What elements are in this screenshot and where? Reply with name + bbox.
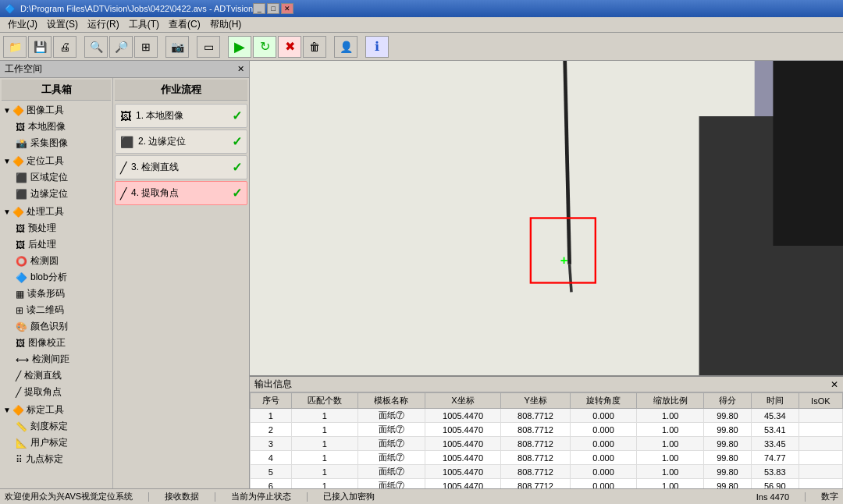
toolbox-group-process-header[interactable]: ▼ 🔶 处理工具 — [2, 204, 111, 220]
detect-circle-icon: ⭕ — [16, 256, 27, 267]
close-button[interactable]: ✕ — [281, 3, 293, 14]
toggle-icon: ▼ — [3, 106, 11, 115]
table-row[interactable]: 41面纸⑦1005.4470808.77120.0001.0099.8074.7… — [251, 451, 843, 465]
delete-button[interactable]: 🗑 — [303, 36, 326, 58]
toolbox-group-calib-header[interactable]: ▼ 🔶 标定工具 — [2, 402, 111, 418]
open-button[interactable]: 📁 — [3, 36, 27, 58]
table-cell: 99.80 — [703, 451, 751, 465]
info-button[interactable]: ℹ — [365, 36, 389, 58]
wf-step2-icon: ⬛ — [120, 136, 133, 148]
toolbox-group-locate-header[interactable]: ▼ 🔶 定位工具 — [2, 153, 111, 169]
status-welcome: 欢迎使用众为兴AVS视觉定位系统 — [5, 491, 133, 502]
table-cell: 1005.4470 — [425, 409, 501, 423]
table-row[interactable]: 51面纸⑦1005.4470808.77120.0001.0099.8053.8… — [251, 465, 843, 479]
table-cell: 1 — [291, 409, 358, 423]
scale-calib-icon: 📏 — [16, 421, 27, 432]
table-cell: 99.80 — [703, 465, 751, 479]
zoom-in-button[interactable]: 🔍 — [84, 36, 108, 58]
table-cell: 3 — [251, 437, 292, 451]
tool-edge-locate-label: 边缘定位 — [30, 187, 68, 201]
tool-detect-circle-label: 检测圆 — [30, 254, 59, 268]
toolbox: 工具箱 ▼ 🔶 图像工具 🖼 本地图像 📸 — [0, 78, 113, 488]
menu-tools[interactable]: 工具(T) — [124, 17, 164, 32]
group-icon-calib: 🔶 — [12, 405, 24, 416]
tool-pre-process[interactable]: 🖼 预处理 — [14, 220, 111, 236]
stop-button[interactable]: ✖ — [278, 36, 301, 58]
tool-qrcode[interactable]: ⊞ 读二维码 — [14, 302, 111, 318]
save-button[interactable]: 💾 — [28, 36, 52, 58]
menu-help[interactable]: 帮助(H) — [205, 17, 247, 32]
tool-area-locate[interactable]: ⬛ 区域定位 — [14, 169, 111, 186]
user-button[interactable]: 👤 — [334, 36, 357, 58]
workflow-step-2[interactable]: ⬛ 2. 边缘定位 ✓ — [115, 130, 247, 154]
tool-image-correct-label: 图像校正 — [28, 336, 66, 350]
camera-button[interactable]: 📷 — [165, 36, 189, 58]
tool-user-calib[interactable]: 📐 用户标定 — [14, 435, 111, 451]
workflow-step-4[interactable]: ╱ 4. 提取角点 ✓ — [115, 181, 247, 205]
wf-step4-icon: ╱ — [120, 187, 126, 200]
table-cell: 1005.4470 — [425, 465, 501, 479]
table-row[interactable]: 31面纸⑦1005.4470808.77120.0001.0099.8033.4… — [251, 437, 843, 451]
group-label-calib: 标定工具 — [27, 403, 64, 417]
run-button[interactable]: ▶ — [228, 36, 251, 58]
tool-detect-circle[interactable]: ⭕ 检测圆 — [14, 253, 111, 269]
local-image-icon: 🖼 — [16, 122, 25, 133]
col-rotate: 旋转角度 — [570, 393, 637, 409]
zoom-out-button[interactable]: 🔎 — [109, 36, 133, 58]
refresh-button[interactable]: ↻ — [253, 36, 276, 58]
tool-scale-calib[interactable]: 📏 刻度标定 — [14, 418, 111, 435]
table-row[interactable]: 61面纸⑦1005.4470808.77120.0001.0099.8056.9… — [251, 479, 843, 489]
col-time: 时间 — [751, 393, 799, 409]
table-row[interactable]: 11面纸⑦1005.4470808.77120.0001.0099.8045.3… — [251, 409, 843, 423]
tool-capture-image[interactable]: 📸 采集图像 — [14, 135, 111, 151]
tool-qrcode-label: 读二维码 — [27, 303, 64, 317]
table-cell: 33.45 — [751, 437, 799, 451]
tool-area-locate-label: 区域定位 — [30, 171, 68, 184]
menu-run[interactable]: 运行(R) — [83, 17, 124, 32]
table-cell: 56.90 — [751, 479, 799, 489]
tool-post-process[interactable]: 🖼 后处理 — [14, 236, 111, 253]
tool-image-correct[interactable]: 🖼 图像校正 — [14, 335, 111, 351]
tool-barcode[interactable]: ▦ 读条形码 — [14, 286, 111, 302]
tool-local-image[interactable]: 🖼 本地图像 — [14, 119, 111, 135]
rect-button[interactable]: ▭ — [197, 36, 220, 58]
left-panel: 工作空间 ✕ 工具箱 ▼ 🔶 图像工具 🖼 本地图像 — [0, 61, 250, 488]
status-sep-1 — [148, 492, 149, 502]
output-panel: 输出信息 ✕ 序号 匹配个数 模板名称 X坐标 Y坐标 旋转角度 缩放比例 — [250, 375, 843, 488]
tool-extract-corner[interactable]: ╱ 提取角点 — [14, 384, 111, 400]
detect-line-icon: ╱ — [16, 371, 21, 382]
table-cell: 1 — [291, 465, 358, 479]
toolbox-group-image-header[interactable]: ▼ 🔶 图像工具 — [2, 102, 111, 119]
wf-step3-icon: ╱ — [120, 161, 126, 174]
workspace-label: 工作空间 — [5, 62, 42, 76]
zoom-fit-button[interactable]: ⊞ — [134, 36, 158, 58]
workflow-step-3[interactable]: ╱ 3. 检测直线 ✓ — [115, 155, 247, 179]
workspace-close-button[interactable]: ✕ — [237, 64, 244, 74]
tool-blob-label: blob分析 — [30, 271, 67, 284]
tool-detect-line[interactable]: ╱ 检测直线 — [14, 367, 111, 384]
tool-edge-locate[interactable]: ⬛ 边缘定位 — [14, 186, 111, 202]
table-cell: 1.00 — [637, 437, 704, 451]
tool-blob[interactable]: 🔷 blob分析 — [14, 269, 111, 286]
pre-process-icon: 🖼 — [16, 223, 25, 234]
menu-job[interactable]: 作业(J) — [3, 17, 42, 32]
status-sep-4 — [805, 492, 806, 502]
menu-settings[interactable]: 设置(S) — [42, 17, 83, 32]
col-template: 模板名称 — [358, 393, 425, 409]
workflow-step-1[interactable]: 🖼 1. 本地图像 ✓ — [115, 104, 247, 128]
tool-9point-calib[interactable]: ⠿ 九点标定 — [14, 451, 111, 467]
table-row[interactable]: 21面纸⑦1005.4470808.77120.0001.0099.8053.4… — [251, 423, 843, 437]
output-close-button[interactable]: ✕ — [831, 379, 838, 390]
tool-color[interactable]: 🎨 颜色识别 — [14, 318, 111, 335]
tool-detect-spacing[interactable]: ⟷ 检测间距 — [14, 351, 111, 367]
menu-view[interactable]: 查看(C) — [164, 17, 205, 32]
print-button[interactable]: 🖨 — [53, 36, 76, 58]
table-cell: 808.7712 — [501, 409, 570, 423]
maximize-button[interactable]: □ — [267, 3, 279, 14]
image-view[interactable]: + — [250, 61, 843, 375]
wf-step3-label: 3. 检测直线 — [131, 161, 232, 174]
app-icon: 🔷 — [5, 4, 16, 14]
output-table-container[interactable]: 序号 匹配个数 模板名称 X坐标 Y坐标 旋转角度 缩放比例 得分 时间 IsO… — [250, 392, 843, 488]
minimize-button[interactable]: _ — [253, 3, 265, 14]
toolbox-process-children: 🖼 预处理 🖼 后处理 ⭕ 检测圆 🔷 b — [2, 220, 111, 400]
